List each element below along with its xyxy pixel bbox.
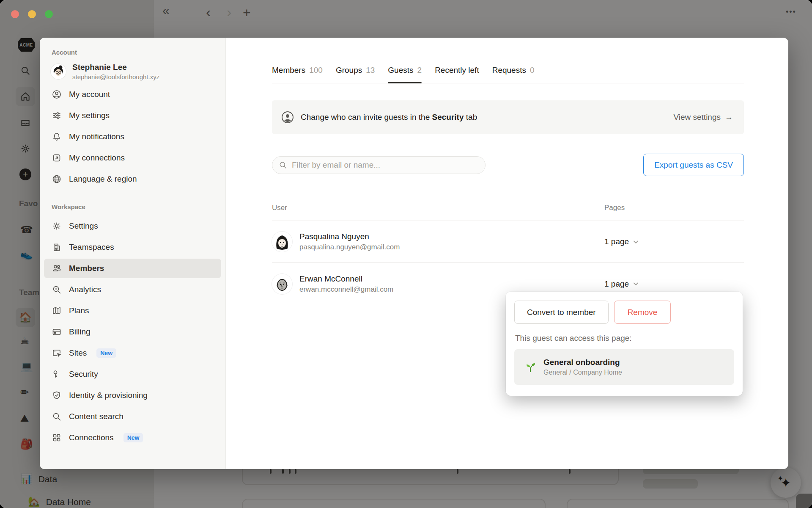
key-icon: [52, 369, 62, 379]
remove-guest-button[interactable]: Remove: [614, 301, 671, 324]
guest-filter-input[interactable]: [292, 160, 469, 170]
new-badge: New: [123, 433, 143, 442]
column-header-user: User: [272, 204, 604, 212]
arrow-up-right-box-icon: [52, 153, 62, 163]
avatar: [272, 232, 292, 252]
account-section-label: Account: [40, 49, 225, 56]
page-title: General onboarding: [543, 358, 622, 367]
nav-item-teamspaces[interactable]: Teamspaces: [44, 237, 221, 257]
avatar: [51, 64, 66, 79]
tab-count: 100: [309, 66, 323, 75]
nav-item-my-settings[interactable]: My settings: [44, 106, 221, 125]
guest-access-caption: This guest can access this page:: [514, 334, 734, 343]
guest-filter-field[interactable]: [272, 156, 486, 174]
workspace-section-label: Workspace: [40, 203, 225, 210]
magnifier-plus-icon: [52, 284, 62, 295]
guests-table-header: User Pages: [272, 195, 744, 221]
page-breadcrumb: General / Company Home: [543, 369, 622, 376]
nav-item-members[interactable]: Members: [44, 259, 221, 278]
arrow-right-icon: →: [725, 113, 733, 122]
members-tabs: Members 100 Groups 13 Guests 2 Recently …: [272, 38, 744, 83]
sliders-icon: [52, 110, 62, 121]
nav-item-identity-provisioning[interactable]: Identity & provisioning: [44, 386, 221, 405]
magnifier-icon: [52, 411, 62, 422]
nav-item-sites[interactable]: Sites New: [44, 343, 221, 363]
guest-actions-popover: Convert to member Remove This guest can …: [506, 292, 743, 396]
seedling-icon: [524, 361, 536, 373]
tab-groups[interactable]: Groups 13: [336, 66, 375, 83]
app-window: ACME + Favo ☎ 👟 Team 🏠 ☕ 💻 ✏ ⛰ 🎒 📊 Data …: [0, 0, 812, 508]
tab-guests[interactable]: Guests 2: [388, 66, 422, 83]
globe-icon: [52, 174, 62, 184]
shield-check-icon: [52, 390, 62, 400]
guest-pages-dropdown[interactable]: 1 page: [604, 237, 744, 246]
view-settings-link[interactable]: View settings →: [673, 113, 733, 122]
members-settings-content: Members 100 Groups 13 Guests 2 Recently …: [226, 38, 788, 469]
settings-modal: Account Stephanie Lee stephanie@toolsfor…: [40, 38, 788, 469]
guest-email: erwan.mcconnell@gmail.com: [299, 285, 393, 294]
nav-item-connections[interactable]: Connections New: [44, 428, 221, 447]
nav-item-billing[interactable]: Billing: [44, 322, 221, 342]
tab-recently-left[interactable]: Recently left: [435, 66, 479, 83]
person-circle-icon: [281, 111, 294, 124]
current-user[interactable]: Stephanie Lee stephanie@toolsforthought.…: [40, 63, 225, 80]
invite-guests-banner: Change who can invite guests in the Secu…: [272, 100, 744, 134]
browser-cursor-icon: [52, 348, 62, 358]
gear-icon: [52, 221, 62, 231]
nav-item-security[interactable]: Security: [44, 364, 221, 384]
settings-nav-panel: Account Stephanie Lee stephanie@toolsfor…: [40, 38, 226, 469]
tab-count: 0: [530, 66, 535, 75]
new-badge: New: [96, 348, 116, 358]
tab-members[interactable]: Members 100: [272, 66, 323, 83]
nav-item-language-region[interactable]: Language & region: [44, 169, 221, 189]
guest-name: Erwan McConnell: [299, 274, 393, 284]
person-circle-icon: [52, 89, 62, 99]
avatar: [272, 274, 292, 294]
nav-item-my-connections[interactable]: My connections: [44, 148, 221, 168]
accessible-page-item[interactable]: General onboarding General / Company Hom…: [514, 349, 734, 385]
convert-to-member-button[interactable]: Convert to member: [514, 301, 609, 324]
nav-item-analytics[interactable]: Analytics: [44, 280, 221, 299]
account-menu: My account My settings My notifications …: [40, 85, 225, 189]
user-email: stephanie@toolsforthought.xyz: [72, 73, 159, 80]
grid-icon: [52, 433, 62, 443]
column-header-pages: Pages: [604, 204, 744, 212]
guest-email: pasqualina.nguyen@gmail.com: [299, 243, 400, 251]
tab-requests[interactable]: Requests 0: [492, 66, 535, 83]
members-people-icon: [52, 263, 62, 273]
building-icon: [52, 242, 62, 252]
bell-icon: [52, 132, 62, 142]
nav-item-content-search[interactable]: Content search: [44, 407, 221, 426]
guest-pages-dropdown[interactable]: 1 page: [604, 279, 744, 289]
credit-card-icon: [52, 327, 62, 337]
user-name: Stephanie Lee: [72, 63, 159, 72]
chevron-down-icon: [633, 239, 639, 245]
search-icon: [279, 161, 287, 169]
nav-item-settings[interactable]: Settings: [44, 216, 221, 236]
chevron-down-icon: [633, 281, 639, 287]
nav-item-my-notifications[interactable]: My notifications: [44, 127, 221, 146]
map-icon: [52, 306, 62, 316]
nav-item-my-account[interactable]: My account: [44, 85, 221, 104]
guest-row-pasqualina: Pasqualina Nguyen pasqualina.nguyen@gmai…: [272, 221, 744, 263]
guest-name: Pasqualina Nguyen: [299, 232, 400, 241]
workspace-menu: Settings Teamspaces Members Analytics Pl…: [40, 216, 225, 447]
export-guests-csv-button[interactable]: Export guests as CSV: [643, 154, 744, 176]
guests-toolbar: Export guests as CSV: [272, 154, 744, 176]
tab-count: 13: [366, 66, 375, 75]
tab-count: 2: [417, 66, 422, 75]
nav-item-plans[interactable]: Plans: [44, 301, 221, 320]
